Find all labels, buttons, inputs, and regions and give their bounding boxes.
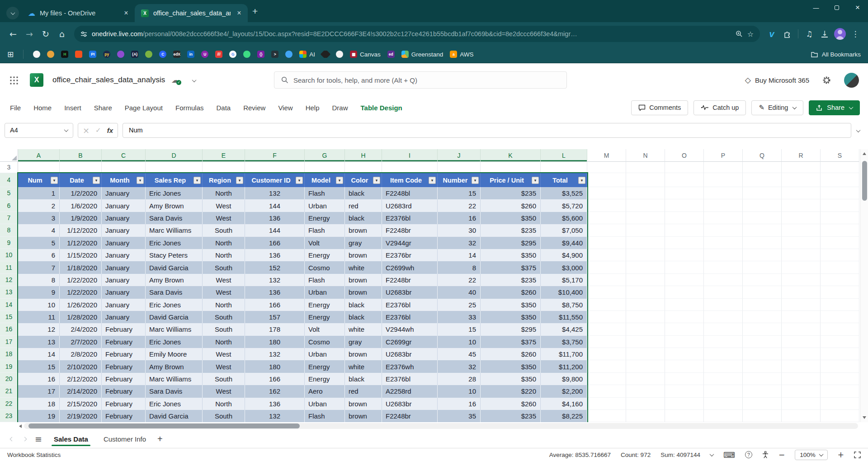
cell[interactable]: $11,550 (541, 311, 587, 323)
profile-avatar[interactable] (833, 27, 847, 41)
cell[interactable] (704, 323, 743, 335)
cell[interactable] (743, 162, 782, 173)
cell[interactable] (743, 398, 782, 410)
row-header-8[interactable]: 8 (0, 224, 18, 236)
cell[interactable] (704, 237, 743, 249)
cell[interactable]: David Garcia (146, 311, 203, 323)
cell[interactable]: 136 (245, 249, 305, 261)
row-header-13[interactable]: 13 (0, 286, 18, 298)
cell[interactable] (345, 162, 382, 173)
buy-microsoft-365-button[interactable]: ◇ Buy Microsoft 365 (745, 75, 809, 85)
cell[interactable]: 9 (18, 286, 60, 298)
row-header-4[interactable]: 4 (0, 173, 18, 187)
sheet-tab-sales-data[interactable]: Sales Data (46, 430, 96, 448)
menu-tab-page-layout[interactable]: Page Layout (118, 104, 169, 112)
catch-up-button[interactable]: Catch up (693, 100, 746, 115)
cell[interactable]: Sara Davis (146, 385, 203, 397)
column-header-I[interactable]: I (382, 149, 438, 162)
filter-dropdown-icon[interactable]: ▾ (532, 177, 539, 184)
cell[interactable]: C2699wh (382, 261, 438, 273)
comments-button[interactable]: Comments (631, 100, 688, 115)
cell[interactable]: Urban (305, 199, 345, 212)
cell[interactable]: brown (345, 224, 382, 236)
cell[interactable]: February (102, 373, 146, 385)
cell[interactable] (541, 162, 587, 173)
cell[interactable] (704, 212, 743, 224)
cell[interactable]: 10 (438, 385, 481, 397)
menu-tab-home[interactable]: Home (27, 104, 58, 112)
cell[interactable] (821, 199, 859, 212)
cell[interactable] (782, 348, 821, 360)
cell[interactable]: 16 (438, 212, 481, 224)
cell[interactable] (743, 224, 782, 236)
cell[interactable]: Energy (305, 373, 345, 385)
cell[interactable]: 25 (438, 299, 481, 311)
cell[interactable] (782, 173, 821, 187)
cell[interactable] (704, 286, 743, 298)
cell[interactable] (665, 311, 704, 323)
cell[interactable] (626, 385, 665, 397)
cell[interactable]: February (102, 348, 146, 360)
bookmark-pi-site[interactable]: PI (89, 51, 96, 58)
cell[interactable] (743, 410, 782, 422)
cell[interactable]: E2376wh (382, 360, 438, 372)
table-header-price-unit[interactable]: Price / Unit▾ (481, 173, 541, 187)
bookmark-udemy[interactable]: U (201, 51, 208, 58)
cell[interactable]: South (203, 410, 245, 422)
cell[interactable]: January (102, 199, 146, 212)
table-header-total[interactable]: Total▾ (541, 173, 587, 187)
cell[interactable] (665, 336, 704, 348)
cell[interactable] (665, 237, 704, 249)
cell[interactable]: $235 (481, 187, 541, 199)
cell[interactable]: 33 (438, 311, 481, 323)
cell[interactable]: 178 (245, 323, 305, 335)
menu-tab-draw[interactable]: Draw (326, 104, 354, 112)
cell[interactable] (626, 410, 665, 422)
close-window-button[interactable]: × (847, 0, 868, 15)
home-button[interactable]: ⌂ (54, 26, 70, 42)
editing-mode-button[interactable]: ✎ Editing (751, 100, 803, 115)
cell[interactable] (704, 398, 743, 410)
cell[interactable]: 1/26/2020 (60, 299, 102, 311)
cell[interactable] (782, 224, 821, 236)
cell[interactable] (587, 261, 626, 273)
fullscreen-icon[interactable] (854, 452, 861, 458)
filter-dropdown-icon[interactable]: ▾ (51, 177, 58, 184)
cell[interactable]: 144 (245, 224, 305, 236)
cell[interactable] (743, 360, 782, 372)
cell[interactable] (587, 249, 626, 261)
cell[interactable]: brown (345, 249, 382, 261)
zoom-out-icon[interactable]: − (778, 450, 785, 459)
cell[interactable]: Amy Brown (146, 274, 203, 286)
cell[interactable] (665, 398, 704, 410)
cell[interactable] (587, 199, 626, 212)
cell[interactable]: West (203, 348, 245, 360)
close-icon[interactable]: × (235, 9, 243, 17)
cell[interactable]: Stacy Peters (146, 249, 203, 261)
bookmark-brain-site[interactable] (285, 51, 292, 58)
cell[interactable] (782, 187, 821, 199)
table-header-num[interactable]: Num▾ (18, 173, 60, 187)
cell[interactable] (587, 323, 626, 335)
bookmark-ed[interactable]: ed (387, 51, 395, 58)
cell[interactable] (782, 212, 821, 224)
excel-logo-icon[interactable]: X (30, 73, 43, 87)
scroll-up-arrow-icon[interactable] (863, 152, 866, 155)
close-icon[interactable]: × (122, 9, 130, 17)
cell[interactable] (626, 199, 665, 212)
column-header-C[interactable]: C (102, 149, 146, 162)
cell[interactable] (743, 299, 782, 311)
cell[interactable]: 166 (245, 237, 305, 249)
bookmark-greenstand[interactable]: Greenstand (401, 51, 443, 58)
cell[interactable]: E2376bl (382, 311, 438, 323)
cell[interactable] (102, 162, 146, 173)
table-header-model[interactable]: Model▾ (305, 173, 345, 187)
cell[interactable]: $11,700 (541, 348, 587, 360)
cell[interactable]: Cosmo (305, 336, 345, 348)
cell[interactable]: 1/15/2020 (60, 249, 102, 261)
bookmark-github[interactable] (33, 51, 40, 58)
cell[interactable] (821, 212, 859, 224)
cell[interactable] (743, 348, 782, 360)
cell[interactable]: North (203, 299, 245, 311)
cell[interactable]: Flash (305, 224, 345, 236)
